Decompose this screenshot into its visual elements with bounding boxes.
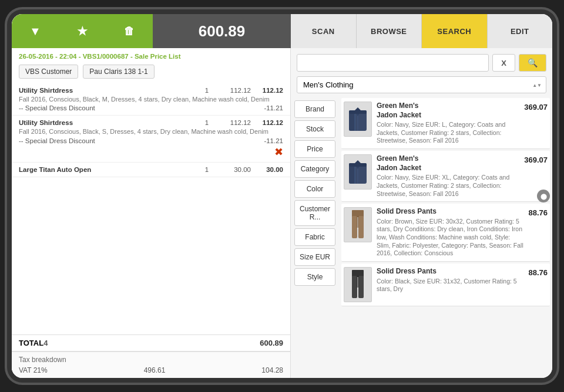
filter-category[interactable]: Category [294, 160, 335, 178]
item-name: Large Titan Auto Open [19, 166, 198, 173]
filter-size-eur[interactable]: Size EUR [294, 248, 335, 266]
svg-rect-14 [358, 216, 364, 238]
product-details: Solid Dress Pants Color: Black, Size EUR… [372, 267, 528, 293]
item-name: Utility Shirtdress [19, 87, 198, 94]
tab-scan[interactable]: SCAN [291, 14, 357, 48]
star-button[interactable]: ★ [59, 14, 106, 48]
order-item: Utility Shirtdress 1 112.12 112.12 Fall … [12, 83, 290, 116]
filter-price[interactable]: Price [294, 140, 335, 158]
item-name: Utility Shirtdress [19, 119, 198, 126]
tax-label: VAT 21% [19, 366, 48, 374]
category-select-container: Men's Clothing [297, 76, 546, 93]
search-clear-button[interactable]: X [492, 54, 515, 72]
filter-products-area: Brand Stock Price Category Color Custome… [291, 98, 552, 378]
product-item[interactable]: Solid Dress Pants Color: Black, Size EUR… [341, 263, 550, 306]
tax-section: Tax breakdown VAT 21% 496.61 104.28 [12, 351, 290, 378]
product-name: Solid Dress Pants [377, 267, 523, 276]
order-item: Large Titan Auto Open 1 30.00 30.00 [12, 163, 290, 177]
search-go-button[interactable]: 🔍 [519, 54, 546, 72]
svg-rect-13 [352, 216, 357, 238]
search-bar: X 🔍 [291, 48, 552, 76]
total-qty: 4 [43, 339, 48, 347]
home-icon: ⬤ [540, 193, 547, 200]
main-content: 26-05-2016 - 22:04 - VBS1/0000687 - Sale… [12, 48, 552, 378]
svg-rect-18 [358, 276, 364, 298]
top-toolbar: ▼ ★ 🗑 600.89 SCAN BROWSE SEARCH EDIT [12, 14, 552, 48]
item-desc: Fall 2016, Conscious, Black, S, Dresses,… [19, 127, 283, 136]
order-meta: VBS Customer Pau Claris 138 1-1 [12, 62, 290, 81]
tax-row: VAT 21% 496.61 104.28 [19, 366, 283, 374]
order-header: 26-05-2016 - 22:04 - VBS1/0000687 - Sale… [12, 48, 290, 62]
order-items-list: Utility Shirtdress 1 112.12 112.12 Fall … [12, 81, 290, 334]
product-item[interactable]: Solid Dress Pants Color: Brown, Size EUR… [341, 204, 550, 262]
filter-brand[interactable]: Brand [294, 100, 335, 118]
filter-style[interactable]: Style [294, 268, 335, 286]
order-total: 600.89 [153, 14, 291, 48]
item-unit-price: 30.00 [216, 166, 251, 173]
item-total: 30.00 [251, 166, 283, 173]
product-desc: Color: Black, Size EUR: 31x32, Customer … [377, 278, 523, 293]
delete-icon: 🗑 [124, 25, 135, 38]
discount-amount: -11.21 [264, 104, 283, 111]
product-name: Solid Dress Pants [377, 207, 523, 217]
location-badge: Pau Claris 138 1-1 [83, 65, 154, 79]
product-name: Green Men'sJadon Jacket [377, 102, 519, 120]
product-item[interactable]: Green Men'sJadon Jacket Color: Navy, Siz… [341, 151, 550, 202]
total-label: TOTAL [19, 339, 43, 347]
item-desc: Fall 2016, Conscious, Black, M, Dresses,… [19, 95, 283, 103]
tab-edit[interactable]: EDIT [488, 14, 553, 48]
error-icon[interactable]: ✖ [274, 146, 283, 158]
svg-rect-17 [352, 276, 357, 298]
tax-amount: 104.28 [261, 366, 283, 374]
filter-fabric[interactable]: Fabric [294, 228, 335, 246]
delete-button[interactable]: 🗑 [106, 14, 153, 48]
order-item: Utility Shirtdress 1 112.12 112.12 Fall … [12, 116, 290, 162]
filter-stock[interactable]: Stock [294, 120, 335, 138]
product-details: Solid Dress Pants Color: Brown, Size EUR… [372, 207, 528, 258]
star-icon: ★ [77, 24, 88, 38]
toolbar-left: ▼ ★ 🗑 600.89 [12, 14, 291, 48]
product-name: Green Men'sJadon Jacket [377, 154, 519, 173]
total-value: 600.89 [199, 22, 246, 40]
item-total: 112.12 [251, 87, 283, 94]
product-image [344, 207, 372, 242]
filter-customer-rating[interactable]: Customer R... [294, 200, 335, 226]
right-panel: X 🔍 Men's Clothing Brand Stock Price [291, 48, 552, 378]
filter-icon: ▼ [29, 25, 41, 38]
tab-search[interactable]: SEARCH [422, 14, 488, 48]
product-desc: Color: Navy, Size EUR: L, Category: Coat… [377, 121, 519, 145]
product-image [344, 102, 372, 137]
product-image [344, 267, 372, 302]
product-item[interactable]: Green Men'sJadon Jacket Color: Navy, Siz… [341, 98, 550, 149]
tab-browse[interactable]: BROWSE [357, 14, 422, 48]
product-price: 88.76 [528, 207, 548, 217]
tax-base: 496.61 [144, 366, 166, 374]
products-list: Green Men'sJadon Jacket Color: Navy, Siz… [339, 98, 552, 378]
svg-rect-15 [357, 216, 359, 228]
svg-rect-4 [349, 110, 367, 114]
product-details: Green Men'sJadon Jacket Color: Navy, Siz… [372, 154, 524, 198]
category-select-wrap: Men's Clothing [291, 76, 552, 98]
total-amount: 600.89 [260, 339, 283, 347]
filter-color[interactable]: Color [294, 180, 335, 198]
product-image [344, 154, 372, 190]
product-price: 369.07 [524, 102, 548, 111]
item-qty: 1 [198, 119, 216, 126]
home-button[interactable]: ⬤ [537, 190, 550, 202]
item-unit-price: 112.12 [216, 87, 251, 94]
left-panel: 26-05-2016 - 22:04 - VBS1/0000687 - Sale… [12, 48, 291, 378]
svg-rect-10 [349, 163, 367, 167]
toolbar-right: SCAN BROWSE SEARCH EDIT [291, 14, 552, 48]
search-input[interactable] [297, 54, 489, 72]
discount-amount: -11.21 [264, 137, 283, 144]
discount-label: -- Special Dress Discount [19, 137, 95, 144]
product-desc: Color: Navy, Size EUR: XL, Category: Coa… [377, 174, 519, 198]
product-price: 88.76 [528, 267, 548, 277]
item-total: 112.12 [251, 119, 283, 126]
product-details: Green Men'sJadon Jacket Color: Navy, Siz… [372, 102, 524, 145]
tablet-frame: ▼ ★ 🗑 600.89 SCAN BROWSE SEARCH EDIT 26-… [12, 14, 552, 378]
order-total-row: TOTAL 4 600.89 [12, 334, 290, 351]
category-select[interactable]: Men's Clothing [297, 76, 546, 93]
filter-button[interactable]: ▼ [12, 14, 59, 48]
item-qty: 1 [198, 87, 216, 94]
